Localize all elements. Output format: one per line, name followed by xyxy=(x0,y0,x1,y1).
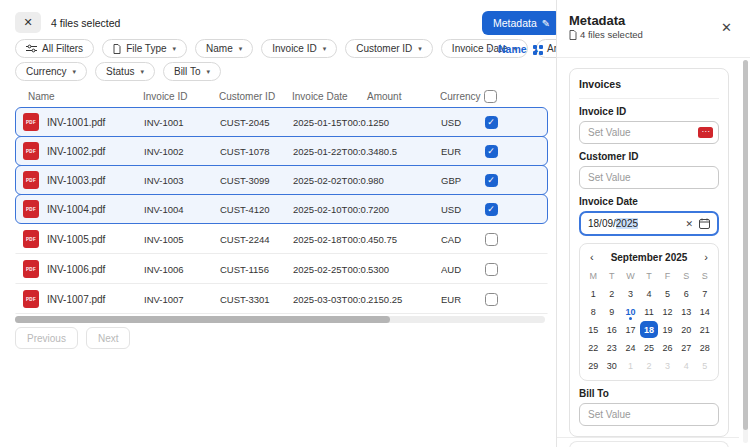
calendar-day[interactable]: 5 xyxy=(658,285,677,302)
clear-selection-button[interactable]: ✕ xyxy=(15,12,41,33)
pdf-file-icon: PDF xyxy=(23,260,39,278)
filter-chip-all-filters[interactable]: All Filters xyxy=(15,39,94,58)
calendar-day[interactable]: 13 xyxy=(677,303,696,320)
calendar-day[interactable]: 1 xyxy=(584,285,603,302)
invoice-id-cell: INV-1007 xyxy=(144,294,220,305)
filter-chip-bill-to[interactable]: Bill To▾ xyxy=(163,62,221,81)
calendar-day-today[interactable]: 10 xyxy=(621,303,640,320)
calendar-day[interactable]: 11 xyxy=(640,303,659,320)
column-header-name[interactable]: Name xyxy=(22,90,143,103)
table-row[interactable]: PDFINV-1003.pdfINV-1003CUST-30992025-02-… xyxy=(15,165,548,195)
filter-chip-status[interactable]: Status▾ xyxy=(95,62,155,81)
calendar-day[interactable]: 4 xyxy=(640,285,659,302)
horizontal-scrollbar-thumb[interactable] xyxy=(15,316,390,323)
calendar-day[interactable]: 17 xyxy=(621,321,640,338)
calendar-day[interactable]: 9 xyxy=(603,303,622,320)
currency-cell: AUD xyxy=(441,264,483,275)
pdf-file-icon: PDF xyxy=(23,142,39,160)
column-header-amount[interactable]: Amount xyxy=(367,90,440,103)
vertical-scrollbar-thumb[interactable] xyxy=(743,60,748,430)
table-row[interactable]: PDFINV-1001.pdfINV-1001CUST-20452025-01-… xyxy=(15,107,548,137)
calendar-day[interactable]: 27 xyxy=(677,339,696,356)
filter-chip-currency[interactable]: Currency▾ xyxy=(15,62,87,81)
calendar-day[interactable]: 30 xyxy=(603,357,622,374)
calendar-day[interactable]: 29 xyxy=(584,357,603,374)
previous-month-button[interactable]: ‹ xyxy=(590,251,594,263)
pdf-file-icon: PDF xyxy=(23,113,39,131)
amount-cell: 3480.5 xyxy=(368,146,441,157)
calendar-day[interactable]: 8 xyxy=(584,303,603,320)
next-month-button[interactable]: › xyxy=(704,251,708,263)
column-header-invoice-id[interactable]: Invoice ID xyxy=(143,90,219,103)
calendar-day[interactable]: 20 xyxy=(677,321,696,338)
calendar-icon[interactable] xyxy=(699,218,710,229)
table-row[interactable]: PDFINV-1006.pdfINV-1006CUST-11562025-02-… xyxy=(15,254,548,284)
calendar-month-label: September 2025 xyxy=(611,252,688,263)
bill-to-input[interactable] xyxy=(579,403,719,426)
filter-chip-label: Customer ID xyxy=(356,43,412,54)
next-button[interactable]: Next xyxy=(86,327,131,349)
clear-date-icon[interactable]: ✕ xyxy=(685,219,693,229)
calendar-day[interactable]: 12 xyxy=(658,303,677,320)
calendar-day[interactable]: 6 xyxy=(677,285,696,302)
multiple-values-badge-icon[interactable]: ⋯ xyxy=(698,127,713,138)
selection-count-label: 4 files selected xyxy=(51,17,120,29)
calendar-day-selected[interactable]: 18 xyxy=(640,321,659,338)
calendar-day[interactable]: 2 xyxy=(640,357,659,374)
row-checkbox[interactable]: ✓ xyxy=(485,203,498,216)
table-row[interactable]: PDFINV-1005.pdfINV-1005CUST-22442025-02-… xyxy=(15,224,548,254)
file-name-cell: PDFINV-1002.pdf xyxy=(23,142,144,160)
row-checkbox[interactable]: ✓ xyxy=(485,145,498,158)
calendar-day[interactable]: 15 xyxy=(584,321,603,338)
panel-footer-divider xyxy=(557,437,739,438)
calendar-day[interactable]: 24 xyxy=(621,339,640,356)
calendar-day[interactable]: 26 xyxy=(658,339,677,356)
sort-control[interactable]: ↑ Name ▲ xyxy=(487,43,540,55)
column-header-invoice-date[interactable]: Invoice Date xyxy=(292,90,367,103)
calendar-day[interactable]: 7 xyxy=(695,285,714,302)
table-row[interactable]: PDFINV-1007.pdfINV-1007CUST-33012025-03-… xyxy=(15,284,548,314)
calendar-day[interactable]: 28 xyxy=(695,339,714,356)
close-panel-button[interactable]: ✕ xyxy=(721,20,732,35)
calendar-day[interactable]: 5 xyxy=(695,357,714,374)
invoice-id-cell: INV-1001 xyxy=(144,117,220,128)
row-checkbox[interactable]: ✓ xyxy=(485,174,498,187)
previous-button[interactable]: Previous xyxy=(15,327,78,349)
calendar-day[interactable]: 3 xyxy=(621,285,640,302)
customer-id-input[interactable] xyxy=(579,166,719,189)
table-row[interactable]: PDFINV-1004.pdfINV-1004CUST-41202025-02-… xyxy=(15,194,548,224)
calendar-day[interactable]: 21 xyxy=(695,321,714,338)
select-all-checkbox[interactable] xyxy=(484,90,497,103)
filter-chip-name[interactable]: Name▾ xyxy=(195,39,253,58)
calendar-day[interactable]: 1 xyxy=(621,357,640,374)
calendar-day[interactable]: 3 xyxy=(658,357,677,374)
row-checkbox[interactable]: ✓ xyxy=(485,116,498,129)
invoice-date-input[interactable]: 18/09/2025 ✕ xyxy=(579,211,719,236)
calendar-day[interactable]: 16 xyxy=(603,321,622,338)
row-checkbox[interactable] xyxy=(485,263,498,276)
calendar-day[interactable]: 25 xyxy=(640,339,659,356)
file-name-label: INV-1002.pdf xyxy=(47,146,105,157)
grid-view-icon[interactable] xyxy=(533,45,543,55)
calendar-day[interactable]: 19 xyxy=(658,321,677,338)
calendar-day[interactable]: 14 xyxy=(695,303,714,320)
vertical-scrollbar[interactable] xyxy=(743,60,748,443)
calendar-day[interactable]: 22 xyxy=(584,339,603,356)
file-name-cell: PDFINV-1007.pdf xyxy=(23,290,144,308)
column-header-customer-id[interactable]: Customer ID xyxy=(219,90,292,103)
currency-cell: GBP xyxy=(441,175,483,186)
filter-chip-file-type[interactable]: File Type▾ xyxy=(102,39,187,58)
weekday-label: S xyxy=(695,267,714,284)
column-header-currency[interactable]: Currency xyxy=(440,90,482,103)
currency-cell: EUR xyxy=(441,146,483,157)
calendar-day[interactable]: 4 xyxy=(677,357,696,374)
calendar-day[interactable]: 23 xyxy=(603,339,622,356)
row-checkbox[interactable] xyxy=(485,293,498,306)
metadata-button[interactable]: Metadata ✎ xyxy=(482,11,561,35)
filter-chip-invoice-id[interactable]: Invoice ID▾ xyxy=(261,39,337,58)
calendar-day[interactable]: 2 xyxy=(603,285,622,302)
row-checkbox[interactable] xyxy=(485,233,498,246)
filter-chip-customer-id[interactable]: Customer ID▾ xyxy=(345,39,433,58)
horizontal-scrollbar[interactable] xyxy=(15,316,545,323)
table-row[interactable]: PDFINV-1002.pdfINV-1002CUST-10782025-01-… xyxy=(15,136,548,166)
